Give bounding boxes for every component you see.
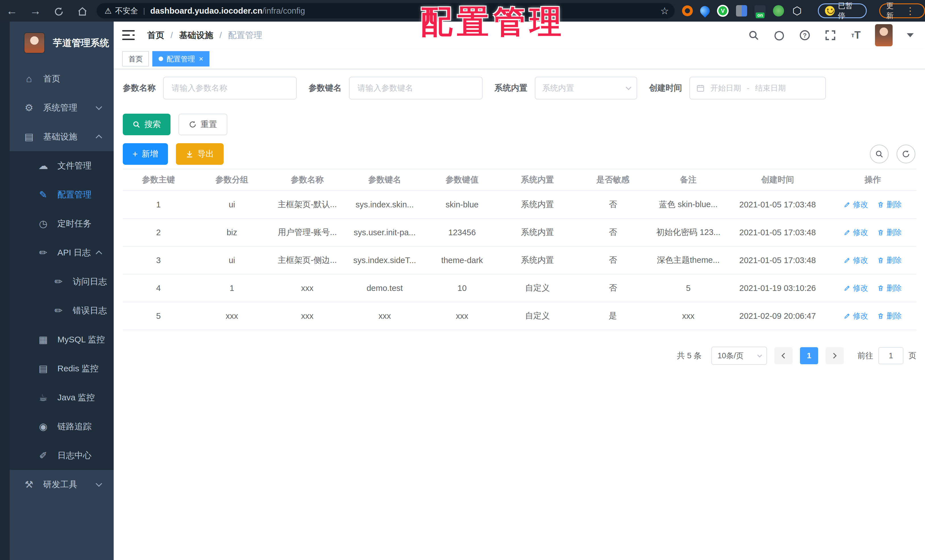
date-range-picker[interactable]: 开始日期 - 结束日期 — [689, 77, 826, 99]
delete-link[interactable]: 删除 — [877, 255, 902, 265]
sidebar-item-错误日志[interactable]: ✏错误日志 — [10, 296, 114, 325]
delete-link-label: 删除 — [886, 199, 902, 210]
cell-remark: xxx — [651, 302, 726, 330]
page-size-value: 10条/页 — [717, 351, 744, 361]
chevron-up-icon — [96, 251, 102, 257]
sidebar-item-研发工具[interactable]: ⚒研发工具 — [10, 470, 114, 499]
sidebar-item-访问日志[interactable]: ✏访问日志 — [10, 267, 114, 296]
extension-grid-icon[interactable] — [736, 5, 747, 17]
breadcrumb-infra[interactable]: 基础设施 — [179, 30, 213, 41]
sidebar-item-基础设施[interactable]: ▤基础设施 — [10, 122, 114, 151]
add-button[interactable]: + 新增 — [123, 143, 168, 165]
extension-on-badge-icon[interactable] — [755, 5, 765, 17]
sidebar-item-mysql-监控[interactable]: ▦MySQL 监控 — [10, 325, 114, 354]
cell-name: xxx — [270, 302, 345, 330]
cell-value: 10 — [424, 274, 500, 302]
sidebar-item-日志中心[interactable]: ✐日志中心 — [10, 441, 114, 470]
cell-value: xxx — [424, 302, 500, 330]
url-bar[interactable]: ⚠ 不安全 | dashboard.yudao.iocoder.cn /infr… — [96, 3, 675, 18]
page-size-select[interactable]: 10条/页 — [711, 347, 767, 365]
sidebar-collapse-icon[interactable] — [122, 30, 135, 40]
sidebar-item-配置管理[interactable]: ✎配置管理 — [10, 180, 114, 209]
builtin-select[interactable]: 系统内置 — [535, 77, 637, 99]
reset-button[interactable]: 重置 — [178, 114, 227, 135]
edit-icon — [844, 201, 851, 208]
fullscreen-icon[interactable] — [824, 29, 837, 42]
extension-donut-icon[interactable] — [682, 5, 693, 16]
github-icon[interactable] — [773, 29, 786, 42]
prev-page-button[interactable] — [774, 347, 792, 364]
sidebar-item-api-日志[interactable]: ✏API 日志 — [10, 238, 114, 267]
browser-back-icon[interactable]: ← — [0, 5, 24, 17]
browser-reload-icon[interactable] — [47, 5, 71, 17]
tag-close-icon[interactable]: × — [199, 54, 203, 63]
builtin-select-placeholder: 系统内置 — [542, 83, 574, 93]
search-icon[interactable] — [747, 29, 760, 42]
url-path: /infra/config — [262, 6, 305, 16]
delete-link[interactable]: 删除 — [877, 199, 902, 210]
chevron-down-icon — [626, 84, 631, 90]
param-name-input[interactable] — [163, 77, 297, 99]
delete-link-label: 删除 — [886, 283, 902, 293]
sidebar-item-链路追踪[interactable]: ◉链路追踪 — [10, 412, 114, 441]
cell-created: 2021-01-19 03:10:26 — [726, 274, 829, 302]
chevron-up-icon — [96, 135, 102, 141]
param-key-input[interactable] — [349, 77, 482, 99]
edit-link[interactable]: 修改 — [844, 227, 868, 238]
cloud-icon: ☁ — [37, 160, 50, 171]
log-icon: ✏ — [37, 247, 50, 258]
pagination: 共 5 条 10条/页 1 前往 页 — [123, 347, 916, 365]
next-page-button[interactable] — [826, 347, 844, 364]
sidebar-item-label: 研发工具 — [43, 479, 77, 491]
edit-link[interactable]: 修改 — [844, 255, 868, 265]
search-button[interactable]: 搜索 — [123, 114, 170, 135]
sidebar-item-java-监控[interactable]: ☕Java 监控 — [10, 383, 114, 412]
cell-created: 2021-01-05 17:03:48 — [726, 191, 829, 218]
sidebar-item-文件管理[interactable]: ☁文件管理 — [10, 151, 114, 180]
chevron-down-icon — [96, 104, 102, 110]
extensions-puzzle-icon[interactable]: ⬡ — [791, 5, 803, 17]
refresh-icon — [189, 120, 197, 128]
breadcrumb-separator: / — [219, 30, 221, 40]
browser-forward-icon[interactable]: → — [24, 5, 47, 17]
edit-link[interactable]: 修改 — [844, 283, 868, 293]
cell-id: 4 — [123, 274, 194, 302]
refresh-table-icon[interactable] — [896, 145, 915, 163]
sidebar-item-系统管理[interactable]: ⚙系统管理 — [10, 93, 114, 122]
paused-pill[interactable]: 已暂停 — [818, 3, 866, 18]
delete-link[interactable]: 删除 — [877, 227, 902, 238]
edit-link-label: 修改 — [853, 199, 868, 210]
cell-group: 1 — [194, 274, 270, 302]
breadcrumb-home[interactable]: 首页 — [147, 30, 164, 41]
delete-link[interactable]: 删除 — [877, 283, 902, 293]
extension-vue-devtools-icon[interactable]: V — [717, 5, 729, 17]
column-header: 参数分组 — [194, 169, 270, 191]
user-avatar[interactable] — [875, 24, 893, 46]
extension-pin-icon[interactable] — [698, 4, 712, 18]
cell-sensitive: 否 — [575, 218, 651, 246]
edit-link[interactable]: 修改 — [844, 199, 868, 210]
user-menu-caret-icon[interactable] — [907, 33, 914, 37]
edit-link[interactable]: 修改 — [844, 311, 868, 321]
sidebar-logo-row[interactable]: 芋道管理系统 — [10, 22, 114, 64]
font-size-icon[interactable]: тT — [850, 29, 862, 42]
export-button[interactable]: 导出 — [176, 143, 224, 165]
browser-home-icon[interactable] — [71, 5, 94, 17]
help-icon[interactable]: ? — [798, 29, 811, 42]
update-pill[interactable]: 更新 ⋮ — [879, 3, 925, 18]
toggle-search-icon[interactable] — [870, 145, 889, 163]
page-1-button[interactable]: 1 — [800, 347, 818, 364]
extension-sprout-icon[interactable] — [773, 5, 784, 17]
sidebar-item-首页[interactable]: ⌂首页 — [10, 64, 114, 93]
sidebar-item-redis-监控[interactable]: ▤Redis 监控 — [10, 354, 114, 383]
table-row: 2biz用户管理-账号...sys.user.init-pa...123456系… — [123, 218, 916, 246]
goto-page-input[interactable] — [878, 347, 903, 364]
tag-config-active[interactable]: 配置管理 × — [152, 51, 209, 66]
tag-home[interactable]: 首页 — [122, 51, 149, 66]
active-tag-dot — [158, 57, 163, 61]
bookmark-star-icon[interactable]: ☆ — [660, 5, 669, 17]
browser-menu-kebab-icon[interactable]: ⋮ — [905, 5, 915, 17]
not-secure-label[interactable]: 不安全 — [115, 6, 138, 16]
sidebar-item-定时任务[interactable]: ◷定时任务 — [10, 209, 114, 238]
delete-link[interactable]: 删除 — [877, 311, 902, 321]
